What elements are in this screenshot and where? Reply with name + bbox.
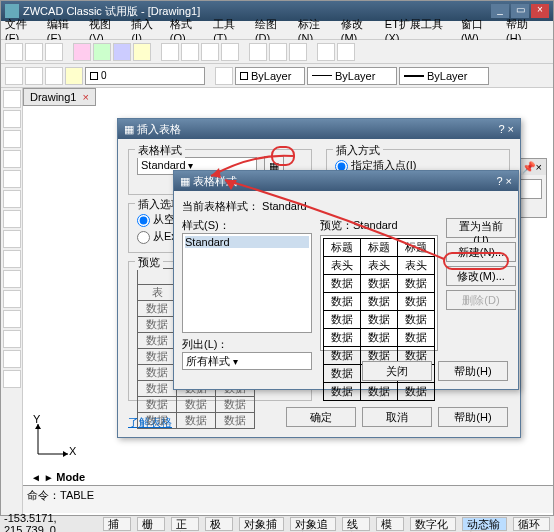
tool-icon[interactable] [113,43,131,61]
tool-icon[interactable] [25,67,43,85]
ok-button[interactable]: 确定 [286,407,356,427]
close-icon[interactable]: × [536,161,542,173]
draw-tool-icon[interactable] [3,130,21,148]
save-icon[interactable] [45,43,63,61]
dialog-icon: ▦ [124,123,134,136]
tool-icon[interactable] [133,43,151,61]
tool-icon[interactable] [201,43,219,61]
status-toggle[interactable]: 正交 [171,517,199,531]
tool-icon[interactable] [73,43,91,61]
draw-tool-icon[interactable] [3,330,21,348]
filter-label: 列出(L)： [182,337,312,352]
current-label: 当前表格样式： [182,200,259,212]
drawing-area[interactable]: Drawing1× X Y ◄ ► Mode 属性📌 × 无选择 ▾ ▦ 插入表… [23,88,553,531]
tool-icon[interactable] [317,43,335,61]
toolbar-2: 0 ByLayer ByLayer ByLayer [1,64,553,88]
status-toggle[interactable]: 对象追踪 [290,517,336,531]
draw-tool-icon[interactable] [3,170,21,188]
new-button[interactable]: 新建(N)... [446,242,516,262]
tool-icon[interactable] [289,43,307,61]
dialog-title: 插入表格 [137,122,181,137]
status-toggle[interactable]: 捕捉 [103,517,131,531]
style-list[interactable]: Standard [182,233,312,333]
svg-marker-2 [63,451,68,457]
filter-select[interactable]: 所有样式 ▾ [182,352,312,370]
draw-tool-icon[interactable] [3,290,21,308]
draw-tool-icon[interactable] [3,210,21,228]
cancel-button[interactable]: 取消 [362,407,432,427]
current-value: Standard [262,200,307,212]
group-label: 插入方式 [333,143,383,158]
left-toolbar [1,88,23,531]
draw-tool-icon[interactable] [3,90,21,108]
dialog-title: 表格样式 [193,174,237,189]
help-button[interactable]: 帮助(H) [438,361,508,381]
draw-tool-icon[interactable] [3,190,21,208]
draw-tool-icon[interactable] [3,270,21,288]
pin-icon[interactable]: 📌 [522,161,536,174]
modify-button[interactable]: 修改(M)... [446,266,516,286]
ucs-icon: X Y [33,419,73,461]
group-label: 表格样式 [135,143,185,158]
list-label: 样式(S)： [182,218,312,233]
close-icon[interactable]: × [508,123,514,135]
content-area: Drawing1× X Y ◄ ► Mode 属性📌 × 无选择 ▾ ▦ 插入表… [1,88,553,531]
delete-button: 删除(D) [446,290,516,310]
status-toggle[interactable]: 对象捕捉 [239,517,285,531]
preview-box: 标题标题标题表头表头表头数据数据数据数据数据数据数据数据数据数据数据数据数据数据… [320,235,438,351]
linetype-select[interactable]: ByLayer [307,67,397,85]
list-item[interactable]: Standard [185,236,309,248]
layer-icon[interactable] [65,67,83,85]
draw-tool-icon[interactable] [3,310,21,328]
coordinates: -153.5171, 215.739, 0 [4,512,91,532]
dialog-titlebar[interactable]: ▦ 插入表格 ? × [118,119,520,139]
tool-icon[interactable] [269,43,287,61]
close-button[interactable]: 关闭 [362,361,432,381]
draw-tool-icon[interactable] [3,230,21,248]
model-tabs[interactable]: ◄ ► Mode [31,471,85,483]
tool-icon[interactable] [5,67,23,85]
tool-icon[interactable] [45,67,63,85]
menubar: 文件(F) 编辑(E) 视图(V) 插入(I) 格式(O) 工具(T) 绘图(D… [1,21,553,40]
status-toggle[interactable]: 动态输入 [462,517,508,531]
document-tab[interactable]: Drawing1× [23,88,96,106]
tool-icon[interactable] [215,67,233,85]
layer-select[interactable]: 0 [85,67,205,85]
toolbar-1 [1,40,553,64]
status-toggle[interactable]: 数字化仪 [410,517,456,531]
new-icon[interactable] [5,43,23,61]
color-select[interactable]: ByLayer [235,67,305,85]
group-label: 预览 [135,255,163,270]
close-icon[interactable]: × [506,175,512,187]
draw-tool-icon[interactable] [3,110,21,128]
dialog-icon: ▦ [180,175,190,188]
tool-icon[interactable] [337,43,355,61]
tool-icon[interactable] [93,43,111,61]
tool-icon[interactable] [221,43,239,61]
open-icon[interactable] [25,43,43,61]
status-toggle[interactable]: 极轴 [205,517,233,531]
draw-tool-icon[interactable] [3,370,21,388]
draw-tool-icon[interactable] [3,150,21,168]
status-toggle[interactable]: 栅格 [137,517,165,531]
help-icon[interactable]: ? [498,123,504,135]
help-icon[interactable]: ? [496,175,502,187]
statusbar: -153.5171, 215.739, 0 捕捉 栅格 正交 极轴 对象捕捉 对… [0,515,554,532]
help-button[interactable]: 帮助(H) [438,407,508,427]
table-style-dialog: ▦ 表格样式 ? × 当前表格样式： Standard 样式(S)： [173,170,519,390]
close-icon[interactable]: × [82,91,88,103]
set-current-button[interactable]: 置为当前(U) [446,218,516,238]
status-toggle[interactable]: 循环选 [513,517,550,531]
draw-tool-icon[interactable] [3,350,21,368]
draw-tool-icon[interactable] [3,250,21,268]
tool-icon[interactable] [249,43,267,61]
tool-icon[interactable] [161,43,179,61]
status-toggle[interactable]: 线宽 [342,517,370,531]
app-window: ZWCAD Classic 试用版 - [Drawing1] _ ▭ × 文件(… [0,0,554,532]
lineweight-select[interactable]: ByLayer [399,67,489,85]
command-line[interactable]: 命令：TABLE [23,485,553,513]
dialog-titlebar[interactable]: ▦ 表格样式 ? × [174,171,518,191]
preview-label: 预览： [320,219,353,231]
tool-icon[interactable] [181,43,199,61]
status-toggle[interactable]: 模型 [376,517,404,531]
